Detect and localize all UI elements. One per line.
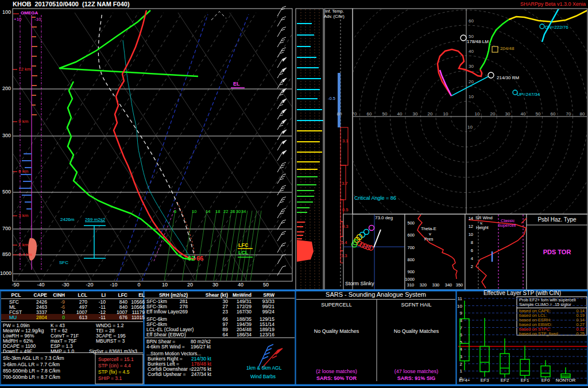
temp-tick: 0: [132, 282, 146, 288]
thetae-ytick: 700: [402, 246, 415, 250]
hodo-ring-label: 50: [534, 112, 542, 117]
height-label: 9 km: [18, 119, 28, 124]
corfidi-down-label: DN=222/76: [545, 25, 568, 30]
mixing-label: 22: [223, 209, 228, 214]
hodo-ring-label: 40: [519, 112, 527, 117]
hodo-ring-label: 80: [335, 112, 343, 117]
lapse-rate: 850-500mb LR = 7.8 C/km: [3, 368, 60, 374]
hodo-ring-label: 60: [469, 19, 474, 24]
thetae-xtick: 330: [431, 283, 441, 288]
stp-category: EF1: [521, 378, 529, 383]
temp-tick: 20: [183, 282, 197, 288]
slinky-title: Storm Slinky: [345, 281, 374, 286]
barb-caption-1: 1km & 6km AGL: [246, 366, 281, 371]
stp-legend-line2: Sample CLIMO = .15 sigtor: [519, 302, 571, 307]
omega-minus: -10: [34, 17, 41, 22]
lfc-label: LFC: [238, 243, 249, 248]
kin-barb-graphic: [259, 344, 283, 367]
thermo-item-sigsvr: SigSvr = 83681 m3/s3: [89, 349, 137, 354]
hodo-ring-label: 20: [469, 80, 474, 84]
stp-box: [480, 346, 489, 371]
pcl-header: PCL: [7, 293, 25, 298]
corfidi-up-label: UP=247/34: [517, 92, 540, 97]
stp-ytick: 1: [460, 368, 463, 374]
stp-category: EF2: [501, 378, 509, 383]
mixing-label: 34: [241, 209, 246, 214]
kin-mnwind: 186/34: [226, 332, 252, 337]
thetae-title-1: Theta-E: [421, 227, 436, 231]
omega-label: OMEGA: [21, 11, 38, 15]
hodo-ring-label: 40: [469, 49, 474, 54]
hodo-ring-label: 20: [426, 112, 434, 117]
pcl-header: LI: [85, 293, 106, 298]
sars-supercell-result: SARS: 50% TOR: [299, 376, 374, 381]
panel-borders: [0, 9, 588, 386]
stp-category: EF0: [541, 378, 550, 383]
temp-tick: -10: [107, 282, 121, 288]
classic-supercell-label-2: Supercell: [498, 223, 516, 228]
srwind-ytick: 4: [466, 257, 473, 261]
temp-tick: 40: [234, 282, 247, 288]
sars-title: SARS - Sounding Analogue System: [296, 292, 456, 298]
kin-header: SRH (m2/s2): [148, 293, 188, 298]
mixing-label: 14: [206, 209, 210, 214]
hodo-ring-label: 20: [489, 112, 497, 117]
pcl-cinh: 0: [44, 315, 65, 320]
corfidi-up-row-label: Corfidi Upshear =: [148, 372, 185, 377]
hodo-ring-label: 60: [365, 112, 373, 117]
srwind-ytick: 8: [466, 240, 473, 245]
thetae-ytick: 900: [402, 270, 415, 274]
window-title: KHOB 20170510/0400 (12Z NAM F040): [13, 1, 130, 8]
stp-box: [541, 366, 550, 377]
height-label: 6 km: [18, 169, 28, 174]
inflow-depth: 2426m: [60, 218, 74, 222]
temp-tick: -20: [83, 282, 96, 288]
thetae-title-3: Pres: [424, 237, 433, 242]
thermo-item: MMP = 1.0: [51, 349, 74, 354]
supercell-composite: Supercell = 15.1: [98, 357, 134, 362]
thetae-xtick: 310: [405, 283, 416, 288]
sr46-value: 196/27 kt: [191, 344, 211, 350]
temp-tick: -30: [59, 282, 72, 288]
height-label: 0.4 km: [18, 253, 32, 257]
thetae-ytick: 600: [402, 233, 415, 238]
mixing-label: 6: [174, 209, 176, 214]
slinky-angle: 73.0 deg: [375, 216, 393, 220]
mixing-label: 30: [236, 209, 241, 214]
kin-header: SRW: [252, 293, 274, 298]
pcl-el: 11015: [124, 315, 145, 320]
pressure-label: 100: [0, 10, 11, 15]
corfidi-up-value: 247/34 kt: [191, 372, 211, 377]
sars-supercell-loose[interactable]: (2 loose matches): [299, 369, 374, 374]
hodo-ring-label: 50: [381, 112, 389, 117]
adv-warm-value: 3.1: [342, 139, 348, 143]
mixing-label: 18: [215, 209, 220, 214]
lapse-rate: 700-500mb LR = 8.7 C/km: [3, 375, 60, 380]
stp-fix: STP (fix) = 4.5: [98, 370, 129, 375]
sars-hail-result: SARS: 91% SIG: [379, 376, 454, 381]
ship: SHIP = 3.1: [98, 376, 122, 381]
srwind-ytick: 14: [466, 216, 473, 221]
kin-srw: 123/16: [249, 332, 274, 337]
temp-tick: 50: [259, 282, 273, 288]
graphics-layer: 01234567891011EF4+EF3EF2EF1EF0NONTOR: [0, 0, 588, 388]
height-label: 12 km: [18, 67, 31, 72]
critical-angle-label: Critical Angle = 86: [354, 196, 396, 201]
kin-header: Shear (kt): [199, 293, 228, 298]
stp-ytick: 11: [458, 296, 463, 301]
sars-hail-header: SGFNT HAIL: [379, 302, 454, 308]
app-version: SHARPpy Beta v1.3.0 Xenia: [496, 2, 586, 7]
mixing-label: 10: [192, 209, 196, 214]
srwind-ytick: 6: [466, 249, 473, 253]
adv-title-1: Inf. Temp.: [325, 9, 344, 14]
thetae-ytick: 1000: [402, 277, 415, 282]
sars-supercell-status: No Quality Matches: [299, 329, 374, 334]
srwind-ytick: 12: [466, 224, 473, 229]
kin-srw: 99/24: [249, 309, 274, 315]
sharppy-window: 01234567891011EF4+EF3EF2EF1EF0NONTOR KHO…: [0, 0, 588, 388]
srwind-ytick: 2: [466, 265, 473, 269]
stp-ytick: 10: [457, 304, 462, 309]
adv-warm-value: 3.7: [342, 181, 347, 186]
sars-hail-loose[interactable]: (47 loose matches): [379, 369, 454, 374]
hodo-ring-label: 30: [411, 112, 419, 117]
